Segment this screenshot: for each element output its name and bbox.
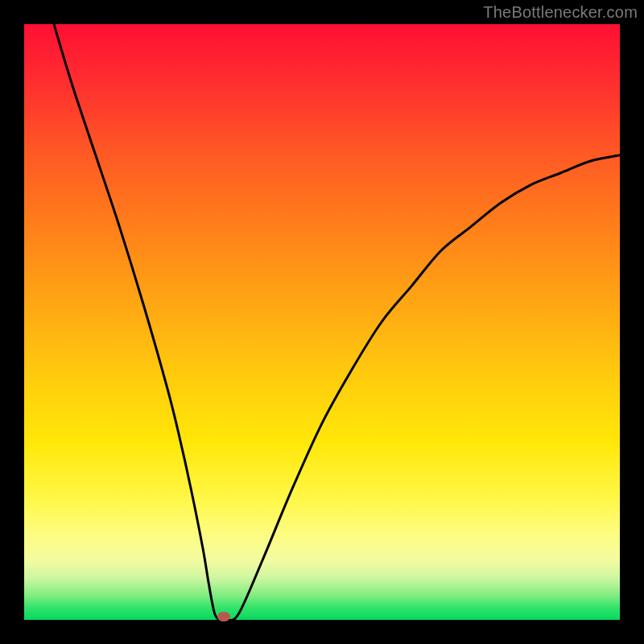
plot-area	[24, 24, 620, 620]
bottleneck-curve	[54, 24, 620, 620]
chart-frame: TheBottlenecker.com	[0, 0, 644, 644]
optimal-point-marker	[217, 612, 230, 621]
watermark-text: TheBottlenecker.com	[483, 3, 638, 22]
curve-svg	[24, 24, 620, 620]
